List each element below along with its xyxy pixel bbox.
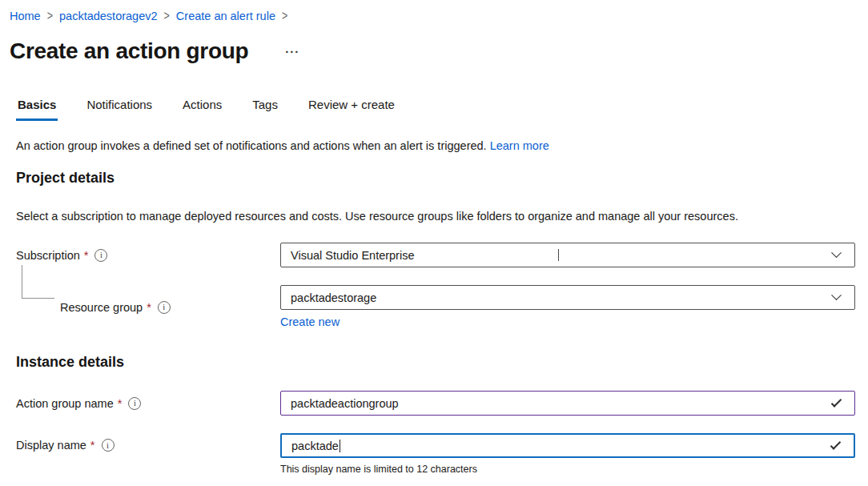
- resource-group-value: packtadestorage: [291, 291, 376, 304]
- breadcrumb-separator-icon: >: [282, 9, 287, 23]
- action-group-name-label: Action group name: [16, 397, 114, 410]
- subscription-label: Subscription: [16, 249, 80, 262]
- resource-group-label: Resource group: [60, 301, 143, 314]
- intro-text: An action group invokes a defined set of…: [16, 139, 487, 152]
- display-name-value: packtade: [291, 440, 339, 452]
- chevron-down-icon: [831, 290, 842, 300]
- display-name-label-group: Display name * i: [16, 433, 280, 452]
- resource-group-dropdown[interactable]: packtadestorage: [280, 285, 855, 310]
- breadcrumb-home[interactable]: Home: [10, 10, 41, 22]
- tab-actions[interactable]: Actions: [181, 98, 223, 121]
- breadcrumb-separator-icon: >: [164, 9, 170, 23]
- action-group-name-row: Action group name * i packtadeactiongrou…: [16, 391, 855, 416]
- subscription-row: Subscription * i Visual Studio Enterpris…: [16, 243, 855, 267]
- create-new-link[interactable]: Create new: [280, 315, 340, 328]
- learn-more-link[interactable]: Learn more: [490, 139, 549, 152]
- display-name-helper-text: This display name is limited to 12 chara…: [280, 464, 855, 475]
- page-header: Create an action group ···: [10, 37, 868, 66]
- tab-tags[interactable]: Tags: [251, 98, 279, 121]
- instance-details-form: Action group name * i packtadeactiongrou…: [0, 391, 868, 475]
- action-group-name-field-col: packtadeactiongroup: [280, 391, 855, 416]
- tab-bar: Basics Notifications Actions Tags Review…: [16, 98, 868, 121]
- breadcrumb: Home > packtadestoragev2 > Create an ale…: [0, 0, 868, 24]
- resource-group-row: Resource group * i packtadestorage Creat…: [16, 285, 855, 329]
- action-group-name-input[interactable]: packtadeactiongroup: [280, 391, 855, 416]
- subscription-dropdown[interactable]: Visual Studio Enterprise: [280, 243, 855, 267]
- breadcrumb-separator-icon: >: [47, 9, 53, 23]
- display-name-input[interactable]: packtade: [280, 433, 855, 458]
- display-name-row: Display name * i packtade This display n…: [16, 433, 855, 475]
- page-title: Create an action group: [10, 38, 248, 64]
- resource-group-label-group: Resource group * i: [16, 301, 280, 314]
- action-group-name-label-group: Action group name * i: [16, 397, 280, 410]
- tab-notifications[interactable]: Notifications: [85, 98, 154, 121]
- info-icon[interactable]: i: [102, 439, 115, 452]
- action-group-name-value: packtadeactiongroup: [291, 397, 399, 410]
- field-connector-line: [22, 265, 54, 299]
- subscription-field-col: Visual Studio Enterprise: [280, 243, 855, 267]
- info-icon[interactable]: i: [158, 301, 171, 314]
- display-name-field-col: packtade This display name is limited to…: [280, 433, 855, 475]
- text-cursor-artifact: [558, 249, 559, 261]
- tab-review-create[interactable]: Review + create: [307, 98, 396, 121]
- breadcrumb-create-alert-rule[interactable]: Create an alert rule: [176, 10, 275, 22]
- text-caret: [340, 440, 340, 452]
- info-icon[interactable]: i: [94, 249, 107, 262]
- info-icon[interactable]: i: [128, 397, 141, 410]
- subscription-label-group: Subscription * i: [16, 249, 280, 262]
- intro-line: An action group invokes a defined set of…: [16, 138, 868, 154]
- section-title-project-details: Project details: [16, 170, 868, 187]
- more-options-button[interactable]: ···: [280, 42, 304, 61]
- required-asterisk: *: [84, 249, 89, 262]
- project-details-description: Select a subscription to manage deployed…: [16, 208, 868, 224]
- required-asterisk: *: [90, 439, 95, 452]
- chevron-down-icon: [831, 247, 842, 258]
- tab-basics[interactable]: Basics: [16, 98, 58, 121]
- subscription-value: Visual Studio Enterprise: [291, 249, 415, 262]
- create-action-group-page: Home > packtadestoragev2 > Create an ale…: [0, 0, 868, 486]
- checkmark-icon: [830, 439, 841, 449]
- resource-group-field-col: packtadestorage Create new: [280, 285, 855, 329]
- required-asterisk: *: [147, 301, 151, 314]
- project-details-form: Subscription * i Visual Studio Enterpris…: [0, 243, 868, 329]
- checkmark-icon: [831, 396, 842, 407]
- breadcrumb-packtadestoragev2[interactable]: packtadestoragev2: [59, 10, 158, 22]
- display-name-label: Display name: [16, 439, 86, 452]
- required-asterisk: *: [118, 397, 123, 410]
- section-title-instance-details: Instance details: [16, 354, 868, 371]
